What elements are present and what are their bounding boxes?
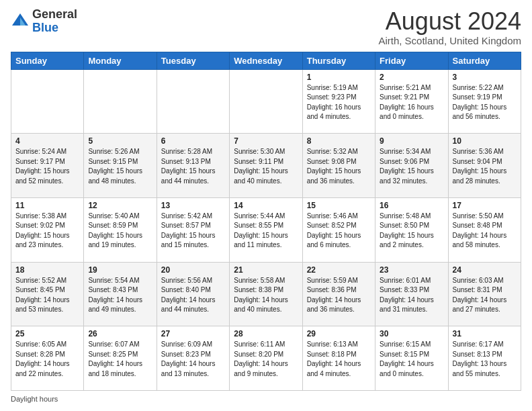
day-number: 1 [307,73,371,82]
day-info: Sunrise: 5:28 AM Sunset: 9:13 PM Dayligh… [161,147,225,186]
logo-blue: Blue [32,21,58,34]
table-row: 2Sunrise: 5:21 AM Sunset: 9:21 PM Daylig… [375,69,448,134]
location: Airth, Scotland, United Kingdom [378,35,521,46]
day-info: Sunrise: 5:58 AM Sunset: 8:38 PM Dayligh… [234,276,298,315]
table-row: 27Sunrise: 6:09 AM Sunset: 8:23 PM Dayli… [157,326,229,391]
table-row: 11Sunrise: 5:38 AM Sunset: 9:02 PM Dayli… [11,197,84,262]
table-row: 19Sunrise: 5:54 AM Sunset: 8:43 PM Dayli… [84,262,157,326]
table-row: 20Sunrise: 5:56 AM Sunset: 8:40 PM Dayli… [157,262,229,326]
calendar-header-row: Sunday Monday Tuesday Wednesday Thursday… [11,52,521,69]
calendar-week-row: 11Sunrise: 5:38 AM Sunset: 9:02 PM Dayli… [11,197,521,262]
table-row: 3Sunrise: 5:22 AM Sunset: 9:19 PM Daylig… [448,69,521,134]
day-number: 9 [380,136,443,146]
table-row: 29Sunrise: 6:13 AM Sunset: 8:18 PM Dayli… [302,326,375,391]
day-number: 13 [161,201,225,210]
day-number: 20 [161,265,225,275]
day-info: Sunrise: 6:03 AM Sunset: 8:31 PM Dayligh… [453,276,517,315]
table-row [84,69,157,134]
col-thursday: Thursday [302,52,375,69]
day-info: Sunrise: 5:42 AM Sunset: 8:57 PM Dayligh… [161,212,225,250]
day-number: 3 [453,73,517,82]
table-row: 18Sunrise: 5:52 AM Sunset: 8:45 PM Dayli… [11,262,84,326]
day-number: 29 [307,329,371,338]
day-info: Sunrise: 5:48 AM Sunset: 8:50 PM Dayligh… [380,212,443,250]
day-info: Sunrise: 5:38 AM Sunset: 9:02 PM Dayligh… [15,212,79,250]
table-row: 14Sunrise: 5:44 AM Sunset: 8:55 PM Dayli… [230,197,302,262]
table-row: 23Sunrise: 6:01 AM Sunset: 8:33 PM Dayli… [375,262,448,326]
title-block: August 2024 Airth, Scotland, United King… [378,8,521,46]
day-number: 17 [453,201,517,210]
day-info: Sunrise: 6:05 AM Sunset: 8:28 PM Dayligh… [15,340,79,379]
daylight-label: Daylight hours [11,395,58,403]
day-number: 4 [15,136,79,146]
footer: Daylight hours [11,395,521,403]
table-row [157,69,229,134]
day-number: 26 [88,329,152,338]
day-info: Sunrise: 6:17 AM Sunset: 8:13 PM Dayligh… [453,340,517,379]
day-info: Sunrise: 5:34 AM Sunset: 9:06 PM Dayligh… [380,147,443,186]
day-number: 30 [380,329,443,338]
day-number: 5 [88,136,152,146]
day-number: 2 [380,73,443,82]
day-info: Sunrise: 6:01 AM Sunset: 8:33 PM Dayligh… [380,276,443,315]
table-row: 22Sunrise: 5:59 AM Sunset: 8:36 PM Dayli… [302,262,375,326]
day-number: 16 [380,201,443,210]
col-monday: Monday [84,52,157,69]
table-row: 17Sunrise: 5:50 AM Sunset: 8:48 PM Dayli… [448,197,521,262]
table-row: 30Sunrise: 6:15 AM Sunset: 8:15 PM Dayli… [375,326,448,391]
logo-text: General Blue [32,8,77,35]
table-row: 28Sunrise: 6:11 AM Sunset: 8:20 PM Dayli… [230,326,302,391]
day-info: Sunrise: 5:32 AM Sunset: 9:08 PM Dayligh… [307,147,371,186]
day-info: Sunrise: 6:15 AM Sunset: 8:15 PM Dayligh… [380,340,443,379]
header: General Blue August 2024 Airth, Scotland… [11,8,521,46]
day-number: 11 [15,201,79,210]
table-row: 26Sunrise: 6:07 AM Sunset: 8:25 PM Dayli… [84,326,157,391]
day-info: Sunrise: 5:21 AM Sunset: 9:21 PM Dayligh… [380,83,443,122]
day-info: Sunrise: 5:26 AM Sunset: 9:15 PM Dayligh… [88,147,152,186]
logo: General Blue [11,8,77,35]
day-number: 23 [380,265,443,275]
day-info: Sunrise: 5:54 AM Sunset: 8:43 PM Dayligh… [88,276,152,315]
col-sunday: Sunday [11,52,84,69]
day-number: 25 [15,329,79,338]
day-number: 18 [15,265,79,275]
day-number: 27 [161,329,225,338]
day-info: Sunrise: 6:11 AM Sunset: 8:20 PM Dayligh… [234,340,298,379]
day-number: 21 [234,265,298,275]
day-info: Sunrise: 5:44 AM Sunset: 8:55 PM Dayligh… [234,212,298,250]
table-row: 31Sunrise: 6:17 AM Sunset: 8:13 PM Dayli… [448,326,521,391]
day-info: Sunrise: 5:36 AM Sunset: 9:04 PM Dayligh… [453,147,517,186]
day-info: Sunrise: 5:40 AM Sunset: 8:59 PM Dayligh… [88,212,152,250]
table-row [230,69,302,134]
day-number: 10 [453,136,517,146]
table-row: 9Sunrise: 5:34 AM Sunset: 9:06 PM Daylig… [375,134,448,198]
day-number: 8 [307,136,371,146]
day-number: 31 [453,329,517,338]
calendar-week-row: 18Sunrise: 5:52 AM Sunset: 8:45 PM Dayli… [11,262,521,326]
table-row: 25Sunrise: 6:05 AM Sunset: 8:28 PM Dayli… [11,326,84,391]
day-number: 15 [307,201,371,210]
day-info: Sunrise: 6:07 AM Sunset: 8:25 PM Dayligh… [88,340,152,379]
logo-general: General [32,7,77,21]
col-wednesday: Wednesday [230,52,302,69]
table-row [11,69,84,134]
col-saturday: Saturday [448,52,521,69]
table-row: 15Sunrise: 5:46 AM Sunset: 8:52 PM Dayli… [302,197,375,262]
day-info: Sunrise: 5:30 AM Sunset: 9:11 PM Dayligh… [234,147,298,186]
day-info: Sunrise: 5:46 AM Sunset: 8:52 PM Dayligh… [307,212,371,250]
logo-icon [11,12,30,31]
table-row: 1Sunrise: 5:19 AM Sunset: 9:23 PM Daylig… [302,69,375,134]
table-row: 24Sunrise: 6:03 AM Sunset: 8:31 PM Dayli… [448,262,521,326]
day-info: Sunrise: 6:09 AM Sunset: 8:23 PM Dayligh… [161,340,225,379]
table-row: 10Sunrise: 5:36 AM Sunset: 9:04 PM Dayli… [448,134,521,198]
day-info: Sunrise: 5:19 AM Sunset: 9:23 PM Dayligh… [307,83,371,122]
day-info: Sunrise: 5:50 AM Sunset: 8:48 PM Dayligh… [453,212,517,250]
day-info: Sunrise: 5:59 AM Sunset: 8:36 PM Dayligh… [307,276,371,315]
table-row: 4Sunrise: 5:24 AM Sunset: 9:17 PM Daylig… [11,134,84,198]
calendar-week-row: 1Sunrise: 5:19 AM Sunset: 9:23 PM Daylig… [11,69,521,134]
day-number: 19 [88,265,152,275]
calendar-week-row: 4Sunrise: 5:24 AM Sunset: 9:17 PM Daylig… [11,134,521,198]
table-row: 8Sunrise: 5:32 AM Sunset: 9:08 PM Daylig… [302,134,375,198]
page: General Blue August 2024 Airth, Scotland… [0,0,532,411]
day-number: 28 [234,329,298,338]
